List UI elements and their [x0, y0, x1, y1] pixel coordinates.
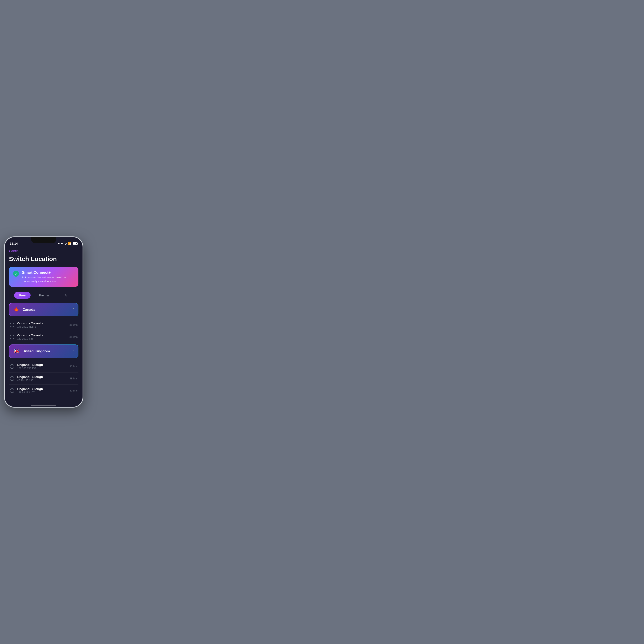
country-left-canada: 🍁 Canada [13, 306, 35, 313]
server-ip: 188.166.158.153 [17, 367, 69, 370]
radio-button[interactable] [10, 335, 14, 339]
server-latency: 302ms [69, 365, 78, 368]
server-latency: 353ms [69, 335, 78, 338]
cancel-button[interactable]: Cancel [9, 248, 19, 255]
server-ip: 138.68.183.107 [17, 391, 69, 394]
uk-name: United Kingdom [23, 349, 50, 353]
server-latency: 305ms [69, 389, 78, 392]
checkmark-icon: ✓ [15, 272, 17, 275]
server-latency: 386ms [69, 323, 78, 326]
banner-description: Auto connect to fast server based on rou… [22, 276, 74, 283]
canada-chevron-up-icon: ⌃ [72, 308, 75, 312]
smart-connect-banner[interactable]: ✓ Smart Connect+ Auto connect to fast se… [9, 267, 78, 287]
banner-title: Smart Connect+ [22, 270, 74, 275]
server-info: England - Slough 188.166.158.153 [17, 363, 69, 370]
status-icons: ⊖ 📶 [58, 242, 78, 245]
country-row-uk[interactable]: 🇬🇧 United Kingdom ⌃ [9, 345, 78, 358]
battery-icon [73, 242, 78, 245]
canada-flag-icon: 🍁 [13, 306, 20, 313]
uk-flag-icon: 🇬🇧 [13, 348, 20, 355]
notch [31, 237, 56, 243]
battery-fill [73, 243, 76, 244]
server-row[interactable]: England - Slough 188.166.158.153 302ms [9, 360, 78, 373]
server-name: Ontario - Toronto [17, 333, 69, 337]
tab-premium[interactable]: Premium [34, 292, 56, 299]
radio-button[interactable] [10, 388, 14, 393]
server-info: Ontario - Toronto 159.203.34.36 [17, 333, 69, 340]
server-info: England - Slough 138.68.183.107 [17, 387, 69, 394]
server-name: England - Slough [17, 363, 69, 367]
radio-button[interactable] [10, 376, 14, 381]
server-info: Ontario - Toronto 146.190.241.178 [17, 321, 69, 328]
country-row-canada[interactable]: 🍁 Canada ⌃ [9, 303, 78, 316]
server-ip: 46.101.95.196 [17, 379, 69, 382]
phone-frame: 15:14 ⊖ 📶 Cancel Switch Location ✓ Smart… [4, 237, 83, 407]
server-latency: 389ms [69, 377, 78, 380]
tab-all[interactable]: All [60, 292, 73, 299]
server-ip: 146.190.241.178 [17, 325, 69, 328]
banner-text: Smart Connect+ Auto connect to fast serv… [22, 270, 74, 283]
country-row-uk-wrapper: 🇬🇧 United Kingdom ⌃ [9, 344, 78, 358]
server-name: England - Slough [17, 387, 69, 391]
country-row-canada-wrapper: 🍁 Canada ⌃ [9, 303, 78, 316]
uk-chevron-up-icon: ⌃ [72, 349, 75, 353]
filter-tabs: Free Premium All [9, 292, 78, 299]
canada-servers: Ontario - Toronto 146.190.241.178 386ms … [9, 319, 78, 343]
check-circle-icon: ✓ [13, 271, 19, 277]
server-row[interactable]: Ontario - Toronto 159.203.34.36 353ms [9, 331, 78, 343]
uk-servers: England - Slough 188.166.158.153 302ms E… [9, 360, 78, 396]
server-row[interactable]: Ontario - Toronto 146.190.241.178 386ms [9, 319, 78, 331]
server-info: England - Slough 46.101.95.196 [17, 375, 69, 382]
server-row[interactable]: England - Slough 138.68.183.107 305ms [9, 385, 78, 396]
server-ip: 159.203.34.36 [17, 337, 69, 340]
server-name: Ontario - Toronto [17, 321, 69, 325]
home-indicator [31, 405, 56, 406]
screen-content: Cancel Switch Location ✓ Smart Connect+ … [5, 248, 83, 403]
canada-name: Canada [23, 308, 35, 312]
server-name: England - Slough [17, 375, 69, 379]
status-time: 15:14 [10, 242, 18, 245]
radio-button[interactable] [10, 364, 14, 369]
tab-free[interactable]: Free [14, 292, 31, 299]
wifi-icon: ⊖ 📶 [64, 242, 71, 245]
country-left-uk: 🇬🇧 United Kingdom [13, 348, 50, 355]
server-row[interactable]: England - Slough 46.101.95.196 389ms [9, 373, 78, 385]
signal-dots-icon [58, 243, 63, 244]
page-title: Switch Location [9, 255, 78, 263]
radio-button[interactable] [10, 323, 14, 327]
